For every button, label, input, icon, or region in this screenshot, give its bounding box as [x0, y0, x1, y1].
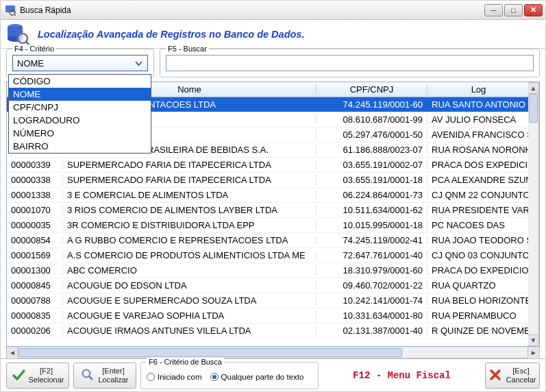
footer: [F2]Selecionar [Enter]Localizar F6 - Cri… [1, 358, 545, 391]
table-row[interactable]: 00000339 SUPERMERCADO FARIA DE ITAPECERI… [7, 158, 539, 173]
criterio-option[interactable]: NÚMERO [9, 127, 151, 140]
search-criteria-legend: F6 - Critério de Busca [147, 358, 224, 366]
table-row[interactable]: 00000854A G RUBBO COMERCIO E REPRESENTAC… [7, 233, 539, 248]
select-button[interactable]: [F2]Selecionar [6, 363, 69, 389]
table-row[interactable]: 00000788ACOUGUE E SUPERMERCADO SOUZA LTD… [7, 293, 539, 308]
cell-log: RUA PRESIDENTE VARG [427, 205, 530, 215]
cell-codigo: 00000338 [7, 175, 63, 185]
scroll-thumb-vertical[interactable] [529, 94, 538, 123]
criterio-combo[interactable]: NOME [12, 55, 148, 71]
cell-codigo: 00000035 [7, 220, 63, 230]
scroll-up-icon[interactable]: ▲ [528, 83, 538, 94]
cell-log: CJ QNO 03 CONJUNTO O [427, 250, 530, 260]
titlebar: Busca Rápida ─ □ ✕ [1, 1, 545, 20]
criterio-option[interactable]: NOME [9, 88, 151, 101]
page-title: Localização Avançada de Registros no Ban… [38, 29, 304, 40]
search-icon [81, 368, 95, 383]
search-criteria-fieldset: F6 - Critério de Busca Iniciado com Qual… [140, 362, 319, 389]
criterio-legend: F4 - Critério [12, 45, 56, 53]
cell-cpf: 03.655.191/0001-18 [317, 175, 427, 185]
scroll-thumb-horizontal[interactable] [18, 348, 402, 357]
cell-log: RUA SANTO ANTONIO [427, 99, 530, 110]
minimize-button[interactable]: ─ [484, 4, 503, 16]
table-row[interactable]: 00000338 SUPERMERCADO FARIA DE ITAPECERI… [7, 173, 539, 188]
cell-cpf: 03.655.191/0002-07 [317, 160, 427, 170]
criterio-selected: NOME [17, 58, 44, 69]
table-row[interactable]: 00001300ABC COMERCIO18.310.979/0001-60PR… [7, 263, 539, 278]
col-log[interactable]: Log [427, 84, 530, 95]
svg-line-2 [14, 14, 16, 16]
cell-nome: 3R COMERCIO E DISTRIBUIDORA LTDA EPP [63, 220, 317, 230]
cell-nome: A G RUBBO COMERCIO E REPRESENTACOES LTDA [63, 235, 317, 245]
database-search-icon [6, 22, 31, 47]
table-row[interactable]: 000013383 E COMERCIAL DE ALIMENTOS LTDA0… [7, 188, 539, 203]
cell-cpf: 09.460.702/0001-22 [317, 280, 427, 291]
close-icon [488, 368, 502, 383]
cell-codigo: 00000854 [7, 235, 63, 245]
cell-codigo: 00000788 [7, 295, 63, 306]
cell-nome: ACOUGUE E SUPERMERCADO SOUZA LTDA [63, 295, 317, 306]
cell-codigo: 00001300 [7, 265, 63, 275]
check-icon [12, 368, 25, 383]
scroll-left-icon[interactable]: ◄ [7, 347, 18, 358]
table-row[interactable]: 00000845ACOUGUE DO EDSON LTDA09.460.702/… [7, 278, 539, 293]
table-row[interactable]: 00000206ACOUGUE IRMAOS ANTUNES VILELA LT… [7, 323, 539, 339]
cell-cpf: 10.511.634/0001-62 [317, 205, 427, 215]
cell-cpf: 05.297.476/0001-50 [317, 130, 427, 140]
criterio-option[interactable]: CÓDIGO [9, 75, 151, 88]
cell-cpf: 06.224.864/0001-73 [317, 190, 427, 200]
cell-nome: 3 E COMERCIAL DE ALIMENTOS LTDA [63, 190, 317, 200]
locate-label: [Enter]Localizar [98, 367, 128, 384]
cell-log: RUA JOAO TEODORO SO [427, 235, 530, 245]
locate-button[interactable]: [Enter]Localizar [73, 363, 136, 389]
cell-nome: ACOUGUE DO EDSON LTDA [63, 280, 317, 291]
radio-icon [210, 373, 219, 381]
horizontal-scrollbar[interactable]: ◄ ► [6, 347, 540, 358]
criterio-option[interactable]: LOGRADOURO [9, 114, 151, 127]
scroll-right-icon[interactable]: ► [528, 347, 539, 358]
table-row[interactable]: 000010703 RIOS COMERCIO DE ALIMENTOS LAY… [7, 203, 539, 218]
scroll-down-icon[interactable]: ▼ [528, 334, 538, 345]
cell-log: R QUINZE DE NOVEMBR [427, 326, 530, 336]
cell-nome: A.S COMERCIO DE PRODUTOS ALIMENTICIOS LT… [63, 250, 317, 260]
radio-start[interactable]: Iniciado com [147, 373, 202, 381]
svg-point-8 [19, 34, 27, 42]
maximize-button[interactable]: □ [504, 4, 523, 16]
table-row[interactable]: 00000835ACOUGUE E VAREJAO SOPHIA LTDA10.… [7, 308, 539, 323]
cell-cpf: 61.186.888/0023-07 [317, 145, 427, 155]
menu-fiscal-label: F12 - Menu Fiscal [323, 370, 481, 381]
col-cpf[interactable]: CPF/CNPJ [317, 84, 427, 95]
cancel-button[interactable]: [Esc]Cancelar [485, 363, 540, 389]
close-button[interactable]: ✕ [524, 4, 543, 16]
criterio-option[interactable]: CPF/CNPJ [9, 101, 151, 114]
radio-any[interactable]: Qualquer parte do texto [210, 373, 304, 381]
criterio-option[interactable]: BAIRRO [9, 140, 151, 153]
search-input[interactable] [166, 55, 534, 71]
cancel-label: [Esc]Cancelar [506, 367, 536, 384]
table-row[interactable]: 00001569A.S COMERCIO DE PRODUTOS ALIMENT… [7, 248, 539, 263]
svg-point-9 [83, 369, 90, 377]
app-icon [5, 5, 16, 16]
cell-log: PRACA DO EXPEDICION [427, 265, 530, 275]
svg-line-10 [89, 376, 92, 380]
criterio-dropdown[interactable]: CÓDIGONOMECPF/CNPJLOGRADOURONÚMEROBAIRRO [8, 74, 151, 154]
cell-log: PRACA DOS EXPEDICIO [427, 160, 530, 170]
cell-nome: ABC COMERCIO [63, 265, 317, 275]
cell-cpf: 10.331.634/0001-80 [317, 310, 427, 321]
vertical-scrollbar[interactable]: ▲ ▼ [528, 82, 539, 346]
cell-nome: 3 RIOS COMERCIO DE ALIMENTOS LAYBER LTDA [63, 205, 317, 215]
window: Busca Rápida ─ □ ✕ Localização Avançada … [0, 0, 546, 392]
cell-nome: SUPERMERCADO FARIA DE ITAPECERICA LTDA [63, 160, 317, 170]
cell-log: CJ QNM 22 CONJUNTO E [427, 190, 530, 200]
cell-codigo: 00000835 [7, 310, 63, 321]
cell-cpf: 74.245.119/0002-41 [317, 235, 427, 245]
cell-cpf: 08.610.687/0001-99 [317, 114, 427, 125]
cell-nome: ACOUGUE IRMAOS ANTUNES VILELA LTDA [63, 326, 317, 336]
select-label: [F2]Selecionar [29, 367, 64, 384]
cell-codigo: 00001338 [7, 190, 63, 200]
table-row[interactable]: 000000353R COMERCIO E DISTRIBUIDORA LTDA… [7, 218, 539, 233]
cell-nome: ACOUGUE E VAREJAO SOPHIA LTDA [63, 310, 317, 321]
cell-log: RUA ROSANA NORONHA [427, 145, 530, 155]
cell-cpf: 72.647.761/0001-40 [317, 250, 427, 260]
cell-cpf: 02.131.387/0001-40 [317, 326, 427, 336]
